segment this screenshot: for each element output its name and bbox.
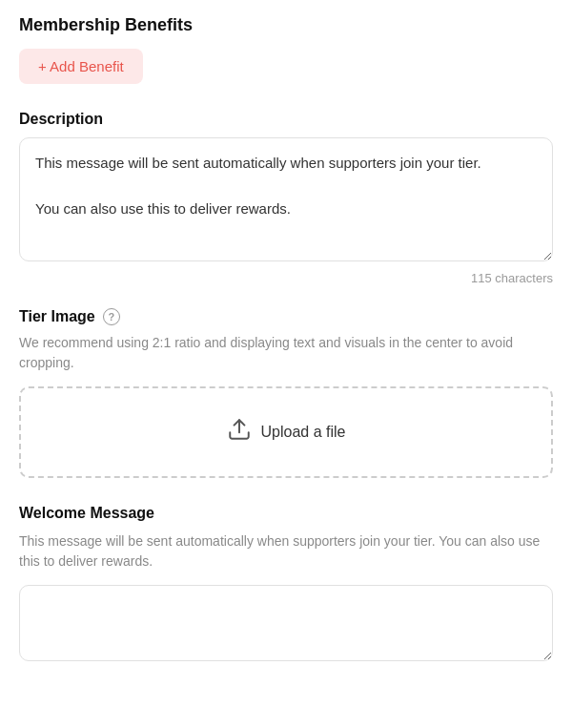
tier-image-label: Tier Image <box>19 308 95 325</box>
help-icon[interactable]: ? <box>103 308 120 325</box>
welcome-message-textarea[interactable] <box>19 585 553 661</box>
membership-benefits-section: Membership Benefits + Add Benefit <box>19 15 553 111</box>
add-benefit-button[interactable]: + Add Benefit <box>19 49 143 84</box>
tier-image-section: Tier Image ? We recommend using 2:1 rati… <box>19 308 553 478</box>
upload-icon <box>227 417 252 447</box>
char-count: 115 characters <box>19 271 553 285</box>
tier-image-header: Tier Image ? <box>19 308 553 325</box>
description-label: Description <box>19 111 553 128</box>
welcome-message-section: Welcome Message This message will be sen… <box>19 505 553 665</box>
upload-label: Upload a file <box>261 424 346 441</box>
description-textarea[interactable]: This message will be sent automatically … <box>19 137 553 261</box>
description-section: Description This message will be sent au… <box>19 111 553 285</box>
welcome-message-hint: This message will be sent automatically … <box>19 531 553 572</box>
upload-area[interactable]: Upload a file <box>19 386 553 478</box>
membership-benefits-title: Membership Benefits <box>19 15 553 35</box>
welcome-message-label: Welcome Message <box>19 505 553 522</box>
tier-image-hint: We recommend using 2:1 ratio and display… <box>19 333 553 373</box>
